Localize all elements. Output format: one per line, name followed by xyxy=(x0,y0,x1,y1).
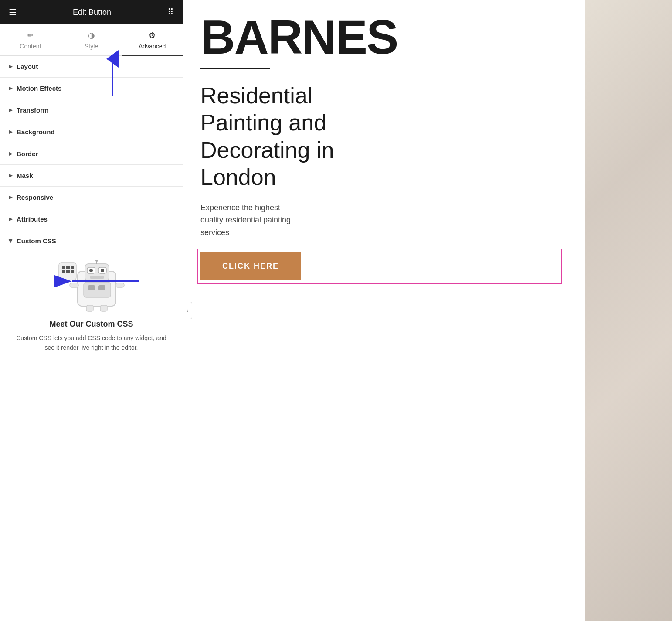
accordion-responsive-label: Responsive xyxy=(17,194,53,201)
svg-rect-26 xyxy=(100,305,107,311)
accordion-mask-header[interactable]: ▶ Mask xyxy=(0,165,183,186)
tabs-bar: ✏ Content ◑ Style ⚙ Advanced xyxy=(0,24,183,56)
svg-rect-6 xyxy=(66,266,70,269)
accordion-background: ▶ Background xyxy=(0,121,183,143)
accordion-border-label: Border xyxy=(17,150,38,157)
svg-rect-19 xyxy=(90,276,104,279)
accordion-custom-css: ▶ Custom CSS xyxy=(0,230,183,366)
top-bar: ☰ Edit Button ⠿ xyxy=(0,0,183,24)
svg-rect-10 xyxy=(71,270,74,273)
svg-point-15 xyxy=(89,269,93,272)
svg-point-18 xyxy=(95,260,98,262)
accordion-mask-label: Mask xyxy=(17,172,33,179)
chevron-icon: ▶ xyxy=(9,129,12,135)
svg-rect-25 xyxy=(86,305,93,311)
promo-box: Meet Our Custom CSS Custom CSS lets you … xyxy=(0,252,183,366)
canvas-content: BARNES Residential Painting and Decorati… xyxy=(183,0,672,621)
chevron-icon: ▶ xyxy=(9,151,12,157)
accordion-border: ▶ Border xyxy=(0,143,183,165)
accordion-custom-css-label: Custom CSS xyxy=(17,237,56,245)
svg-rect-22 xyxy=(98,285,105,290)
accordion-mask: ▶ Mask xyxy=(0,165,183,187)
svg-rect-7 xyxy=(71,266,74,269)
left-panel: ☰ Edit Button ⠿ ✏ Content ◑ Style ⚙ Adva… xyxy=(0,0,183,621)
chevron-icon: ▶ xyxy=(9,64,12,69)
promo-illustration xyxy=(57,260,126,313)
svg-rect-9 xyxy=(66,270,70,273)
tab-style[interactable]: ◑ Style xyxy=(61,24,122,55)
accordion-motion-effects: ▶ Motion Effects xyxy=(0,78,183,99)
svg-rect-5 xyxy=(62,266,65,269)
chevron-icon: ▶ xyxy=(9,85,12,91)
accordion-attributes: ▶ Attributes xyxy=(0,208,183,230)
chevron-icon: ▶ xyxy=(8,239,14,243)
divider-line xyxy=(200,68,270,69)
site-heading: BARNES xyxy=(183,0,672,61)
accordion-transform: ▶ Transform xyxy=(0,99,183,121)
accordion-responsive: ▶ Responsive xyxy=(0,187,183,208)
chevron-icon: ▶ xyxy=(9,107,12,113)
svg-rect-8 xyxy=(62,270,65,273)
accordion-motion-effects-label: Motion Effects xyxy=(17,85,61,92)
svg-rect-21 xyxy=(88,285,95,290)
accordion-layout: ▶ Layout xyxy=(0,56,183,78)
accordion-background-label: Background xyxy=(17,128,55,136)
cta-button[interactable]: CLICK HERE xyxy=(200,252,301,280)
accordion-attributes-header[interactable]: ▶ Attributes xyxy=(0,208,183,230)
chevron-icon: ▶ xyxy=(9,173,12,178)
hamburger-icon[interactable]: ☰ xyxy=(9,7,17,17)
promo-description: Custom CSS lets you add CSS code to any … xyxy=(13,333,170,353)
accordion-transform-label: Transform xyxy=(17,106,48,114)
svg-point-16 xyxy=(101,269,104,272)
collapse-toggle[interactable]: ‹ xyxy=(183,302,192,319)
canvas-panel: BARNES Residential Painting and Decorati… xyxy=(183,0,672,621)
accordion-attributes-label: Attributes xyxy=(17,215,48,223)
advanced-icon: ⚙ xyxy=(149,31,156,40)
accordion-list: ▶ Layout ▶ Motion Effects ▶ Transform ▶ … xyxy=(0,56,183,366)
style-icon: ◑ xyxy=(88,31,95,40)
promo-title: Meet Our Custom CSS xyxy=(49,320,133,329)
hero-text: Residential Painting and Decorating in L… xyxy=(183,82,401,191)
accordion-transform-header[interactable]: ▶ Transform xyxy=(0,99,183,121)
tab-style-label: Style xyxy=(85,43,98,50)
svg-rect-24 xyxy=(115,283,124,287)
panel-title: Edit Button xyxy=(73,8,111,17)
chevron-icon: ▶ xyxy=(9,194,12,200)
sub-text: Experience the highest quality residenti… xyxy=(183,191,322,239)
tab-advanced[interactable]: ⚙ Advanced xyxy=(122,24,183,55)
chevron-icon: ▶ xyxy=(9,216,12,222)
accordion-border-header[interactable]: ▶ Border xyxy=(0,143,183,164)
accordion-layout-header[interactable]: ▶ Layout xyxy=(0,56,183,77)
content-icon: ✏ xyxy=(27,31,34,40)
tab-content-label: Content xyxy=(20,43,41,50)
grid-icon[interactable]: ⠿ xyxy=(167,7,174,17)
accordion-background-header[interactable]: ▶ Background xyxy=(0,121,183,143)
accordion-motion-effects-header[interactable]: ▶ Motion Effects xyxy=(0,78,183,99)
accordion-layout-label: Layout xyxy=(17,63,38,70)
svg-rect-23 xyxy=(70,283,78,287)
tab-advanced-label: Advanced xyxy=(139,43,166,50)
tab-content[interactable]: ✏ Content xyxy=(0,24,61,55)
svg-rect-20 xyxy=(84,282,111,297)
accordion-responsive-header[interactable]: ▶ Responsive xyxy=(0,187,183,208)
accordion-custom-css-header[interactable]: ▶ Custom CSS xyxy=(0,230,183,252)
